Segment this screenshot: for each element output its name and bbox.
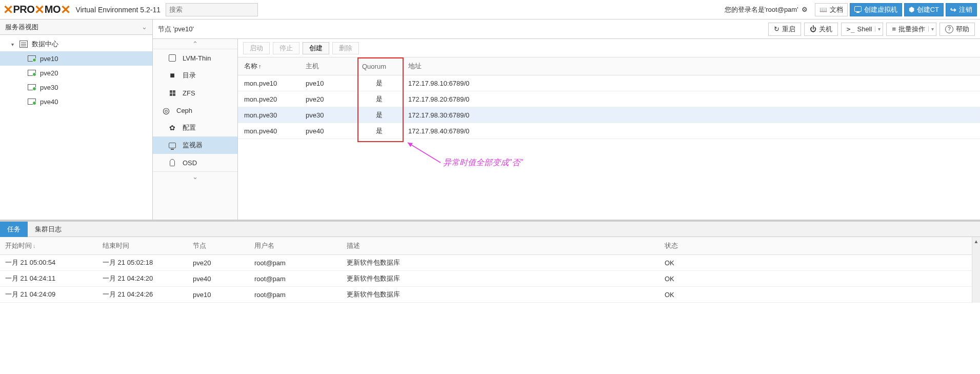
col-desc[interactable]: 描述 bbox=[342, 237, 659, 255]
col-end-time[interactable]: 结束时间 bbox=[97, 237, 188, 255]
tree-node-pve40[interactable]: pve40 bbox=[0, 94, 152, 109]
help-label: 帮助 bbox=[956, 25, 969, 34]
tree-datacenter-label: 数据中心 bbox=[32, 40, 58, 49]
create-button[interactable]: 创建 bbox=[303, 42, 329, 54]
folder-icon bbox=[167, 71, 177, 80]
nav-lvm-thin[interactable]: LVM-Thin bbox=[153, 49, 237, 67]
grid-icon bbox=[167, 90, 177, 96]
task-row[interactable]: 一月 21 04:24:09 一月 21 04:24:26 pve10 root… bbox=[0, 287, 980, 303]
table-row[interactable]: mon.pve40 pve40 是 172.17.98.40:6789/0 bbox=[238, 123, 980, 139]
list-icon bbox=[892, 25, 896, 33]
chevron-down-icon: ⌄ bbox=[142, 23, 147, 31]
start-button[interactable]: 启动 bbox=[243, 42, 270, 54]
logo-text-mo: MO bbox=[45, 4, 61, 15]
docs-button[interactable]: 文档 bbox=[815, 3, 848, 16]
resource-tree: ▾ 数据中心 pve10 pve20 pve30 bbox=[0, 35, 152, 111]
col-start-time[interactable]: 开始时间↓ bbox=[0, 237, 97, 255]
nav-monitor[interactable]: 监视器 bbox=[153, 136, 237, 154]
logo-x-icon-3: ✕ bbox=[61, 3, 71, 17]
logo-x-icon-2: ✕ bbox=[34, 3, 45, 17]
reboot-label: 重启 bbox=[782, 25, 795, 34]
logo-x-icon: ✕ bbox=[3, 3, 13, 17]
bulk-action-button[interactable]: 批量操作 ▾ bbox=[886, 23, 936, 36]
delete-button[interactable]: 删除 bbox=[332, 42, 359, 54]
book-icon bbox=[819, 6, 827, 13]
shell-button[interactable]: Shell ▾ bbox=[841, 23, 884, 36]
help-button[interactable]: 帮助 bbox=[939, 23, 975, 36]
scrollbar[interactable]: ▲ bbox=[972, 237, 980, 303]
svg-line-0 bbox=[408, 143, 441, 163]
version-label: Virtual Environment 5.2-11 bbox=[76, 6, 161, 14]
server-icon bbox=[27, 83, 37, 91]
table-row[interactable]: mon.pve20 pve20 是 172.17.98.20:6789/0 bbox=[238, 91, 980, 107]
task-row[interactable]: 一月 21 05:00:54 一月 21 05:02:18 pve20 root… bbox=[0, 255, 980, 271]
col-name[interactable]: 名称↑ bbox=[238, 57, 299, 75]
gear-icon bbox=[167, 124, 177, 132]
nav-directory-label: 目录 bbox=[183, 71, 196, 80]
bulk-label: 批量操作 bbox=[898, 25, 925, 34]
tree-datacenter[interactable]: ▾ 数据中心 bbox=[0, 37, 152, 51]
gear-icon[interactable]: ⚙ bbox=[802, 6, 808, 13]
nav-scroll-up[interactable]: ⌃ bbox=[153, 39, 237, 49]
col-status[interactable]: 状态 bbox=[659, 237, 980, 255]
nav-lvm-thin-label: LVM-Thin bbox=[183, 54, 211, 62]
logout-button[interactable]: 注销 bbox=[946, 3, 977, 16]
datacenter-icon bbox=[18, 40, 29, 48]
nav-config[interactable]: 配置 bbox=[153, 119, 237, 136]
content-split: ⌃ LVM-Thin 目录 ZFS Ceph bbox=[153, 39, 980, 220]
stop-button[interactable]: 停止 bbox=[273, 42, 299, 54]
create-vm-label: 创建虚拟机 bbox=[864, 5, 897, 14]
chevron-down-icon[interactable]: ▾ bbox=[875, 26, 881, 32]
view-selector[interactable]: 服务器视图 ⌄ bbox=[0, 19, 152, 35]
col-node[interactable]: 节点 bbox=[188, 237, 249, 255]
tab-cluster-log[interactable]: 集群日志 bbox=[28, 222, 69, 237]
nav-directory[interactable]: 目录 bbox=[153, 67, 237, 84]
monitor-table: 名称↑ 主机 Quorum 地址 mon.pve10 pve10 是 bbox=[238, 57, 980, 139]
center-panel: 节点 'pve10' 重启 关机 Shell ▾ 批量操作 ▾ bbox=[153, 19, 980, 220]
login-info: 您的登录名是'root@pam' bbox=[725, 5, 798, 14]
sort-asc-icon: ↑ bbox=[258, 63, 262, 69]
tree-toggle-icon[interactable]: ▾ bbox=[11, 42, 18, 47]
reboot-button[interactable]: 重启 bbox=[768, 23, 801, 36]
search-input[interactable] bbox=[166, 3, 258, 16]
scroll-up-icon[interactable]: ▲ bbox=[972, 237, 980, 245]
nav-osd-label: OSD bbox=[183, 159, 197, 167]
chevron-down-icon[interactable]: ▾ bbox=[928, 26, 934, 32]
nav-menu: ⌃ LVM-Thin 目录 ZFS Ceph bbox=[153, 39, 238, 220]
logout-label: 注销 bbox=[959, 5, 972, 14]
nav-osd[interactable]: OSD bbox=[153, 154, 237, 171]
tab-tasks[interactable]: 任务 bbox=[0, 222, 28, 237]
server-icon bbox=[27, 54, 37, 63]
shell-label: Shell bbox=[857, 25, 872, 33]
nav-ceph[interactable]: Ceph bbox=[153, 102, 237, 119]
node-toolbar: 节点 'pve10' 重启 关机 Shell ▾ 批量操作 ▾ bbox=[153, 19, 980, 39]
tree-node-pve10[interactable]: pve10 bbox=[0, 51, 152, 66]
col-user[interactable]: 用户名 bbox=[249, 237, 342, 255]
task-row[interactable]: 一月 21 04:24:11 一月 21 04:24:20 pve40 root… bbox=[0, 271, 980, 287]
tree-node-pve20[interactable]: pve20 bbox=[0, 66, 152, 80]
table-row[interactable]: mon.pve30 pve30 是 172.17.98.30:6789/0 bbox=[238, 107, 980, 123]
create-ct-button[interactable]: 创建CT bbox=[904, 3, 944, 16]
lvm-icon bbox=[167, 54, 177, 62]
nav-ceph-label: Ceph bbox=[176, 107, 192, 114]
nav-zfs[interactable]: ZFS bbox=[153, 84, 237, 102]
left-tree-panel: 服务器视图 ⌄ ▾ 数据中心 pve10 pve20 pve30 bbox=[0, 19, 153, 220]
col-addr[interactable]: 地址 bbox=[402, 57, 980, 75]
col-host[interactable]: 主机 bbox=[299, 57, 356, 75]
create-vm-button[interactable]: 创建虚拟机 bbox=[850, 3, 902, 16]
refresh-icon bbox=[774, 25, 779, 33]
display-icon bbox=[854, 6, 862, 13]
tree-node-pve30[interactable]: pve30 bbox=[0, 80, 152, 94]
monitor-panel: 启动 停止 创建 删除 名称↑ 主机 Quorum 地址 bbox=[238, 39, 980, 220]
tree-node-label: pve10 bbox=[40, 55, 58, 63]
ceph-icon bbox=[161, 106, 171, 115]
nav-config-label: 配置 bbox=[183, 123, 196, 132]
table-row[interactable]: mon.pve10 pve10 是 172.17.98.10:6789/0 bbox=[238, 75, 980, 91]
help-icon bbox=[945, 25, 953, 33]
col-quorum[interactable]: Quorum bbox=[356, 57, 402, 75]
nav-scroll-down[interactable]: ⌄ bbox=[153, 171, 237, 182]
logout-icon bbox=[950, 6, 956, 14]
shutdown-button[interactable]: 关机 bbox=[804, 23, 838, 36]
view-selector-label: 服务器视图 bbox=[5, 23, 38, 32]
monitor-toolbar: 启动 停止 创建 删除 bbox=[238, 39, 980, 57]
